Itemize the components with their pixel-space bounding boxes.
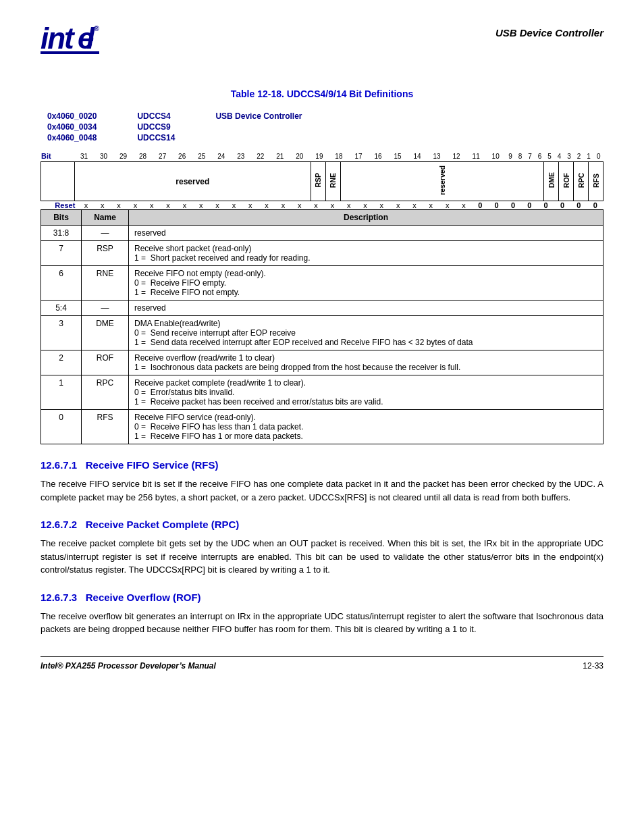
- rv-x13: x: [275, 201, 291, 209]
- bn-12: 12: [447, 151, 466, 161]
- desc-rof: Receive overflow (read/write 1 to clear)…: [129, 350, 603, 375]
- bn-14: 14: [408, 151, 427, 161]
- desc-rne: Receive FIFO not empty (read-only). 0 = …: [129, 266, 603, 301]
- rne-label: RNE: [329, 173, 337, 188]
- addr-2: 0x4060_0034: [47, 122, 97, 132]
- bit-header-table: Bit 31 30 29 28 27 26 25 24 23 22 21 20 …: [41, 151, 603, 161]
- addr-1: 0x4060_0020: [47, 111, 97, 121]
- section-1-title: 12.6.7.1 Receive FIFO Service (RFS): [41, 459, 603, 471]
- bn-17: 17: [348, 151, 368, 161]
- col-header-name: Name: [82, 210, 129, 226]
- name-rfs: RFS: [82, 410, 129, 444]
- address-column: 0x4060_0020 0x4060_0034 0x4060_0048: [47, 111, 97, 142]
- bn-4: 4: [554, 151, 564, 161]
- bn-24: 24: [211, 151, 231, 161]
- name-rne: RNE: [82, 266, 129, 301]
- table-row: 2 ROF Receive overflow (read/write 1 to …: [41, 350, 603, 375]
- name-dash2: —: [82, 301, 129, 316]
- bits-3: 3: [41, 316, 82, 350]
- bn-3: 3: [564, 151, 574, 161]
- bn-10: 10: [486, 151, 506, 161]
- bn-8: 8: [515, 151, 525, 161]
- name-dash1: —: [82, 226, 129, 241]
- rof-label: ROF: [562, 173, 570, 188]
- section-1-text: The receive FIFO service bit is set if t…: [41, 477, 603, 504]
- desc-rsp: Receive short packet (read-only) 1 = Sho…: [129, 241, 603, 266]
- rv-0-3: 0: [505, 201, 521, 209]
- footer-right: 12-33: [583, 661, 603, 671]
- rv-0-1: 0: [472, 201, 488, 209]
- reserved-bits54-cell: reserved: [340, 162, 543, 201]
- rv-x16: x: [324, 201, 340, 209]
- header: int е l ® USB Device Controller: [41, 20, 603, 61]
- intel-logo: int е l ®: [41, 20, 101, 61]
- table-row: 31:8 — reserved: [41, 226, 603, 241]
- desc-rfs: Receive FIFO service (read-only). 0 = Re…: [129, 410, 603, 444]
- rv-x9: x: [209, 201, 225, 209]
- rsp-cell: RSP: [311, 162, 325, 201]
- rpc-label: RPC: [577, 173, 585, 188]
- section-2-title: 12.6.7.2 Receive Packet Complete (RPC): [41, 519, 603, 530]
- bit-cell-table: reserved RSP RNE reserved DME: [41, 161, 603, 201]
- svg-text:int: int: [41, 22, 76, 55]
- rne-cell: RNE: [325, 162, 340, 201]
- name-dme: DME: [82, 316, 129, 350]
- rv-x12: x: [259, 201, 275, 209]
- bn-27: 27: [153, 151, 172, 161]
- bn-7: 7: [525, 151, 535, 161]
- bits-54: 5:4: [41, 301, 82, 316]
- bit-diagram: Bit 31 30 29 28 27 26 25 24 23 22 21 20 …: [41, 151, 603, 209]
- bn-25: 25: [192, 151, 211, 161]
- bn-31: 31: [74, 151, 94, 161]
- name-column: UDCCS4 UDCCS9 UDCCS14: [137, 111, 175, 142]
- rv-x7: x: [176, 201, 192, 209]
- bits-1: 1: [41, 375, 82, 410]
- table-row: 1 RPC Receive packet complete (read/writ…: [41, 375, 603, 410]
- rsp-label: RSP: [314, 173, 322, 188]
- bn-28: 28: [133, 151, 153, 161]
- section-3-number: 12.6.7.3: [41, 592, 77, 603]
- desc-rpc: Receive packet complete (read/write 1 to…: [129, 375, 603, 410]
- bn-13: 13: [427, 151, 447, 161]
- bn-18: 18: [329, 151, 348, 161]
- name-rsp: RSP: [82, 241, 129, 266]
- register-name-column: USB Device Controller: [215, 111, 302, 142]
- section-2-text: The receive packet complete bit gets set…: [41, 537, 603, 577]
- bn-2: 2: [574, 151, 584, 161]
- bn-21: 21: [270, 151, 290, 161]
- rv-0-6: 0: [554, 201, 570, 209]
- dme-label: DME: [547, 172, 556, 188]
- bn-30: 30: [94, 151, 113, 161]
- bn-19: 19: [309, 151, 329, 161]
- rv-x21: x: [406, 201, 423, 209]
- bn-0: 0: [593, 151, 603, 161]
- table-row: 0 RFS Receive FIFO service (read-only). …: [41, 410, 603, 444]
- bn-29: 29: [113, 151, 133, 161]
- table-row: 3 DME DMA Enable(read/write) 0 = Send re…: [41, 316, 603, 350]
- bits-0: 0: [41, 410, 82, 444]
- bn-16: 16: [368, 151, 387, 161]
- rv-0-2: 0: [489, 201, 505, 209]
- svg-rect-4: [41, 51, 99, 54]
- rv-x4: x: [127, 201, 143, 209]
- dme-cell: DME: [544, 162, 559, 201]
- header-title: USB Device Controller: [495, 20, 603, 38]
- reg-name-2: UDCCS9: [137, 122, 175, 132]
- bn-26: 26: [172, 151, 192, 161]
- rv-0-5: 0: [537, 201, 554, 209]
- bn-22: 22: [250, 151, 270, 161]
- reg-name-3: UDCCS14: [137, 133, 175, 142]
- desc-reserved2: reserved: [129, 301, 603, 316]
- addr-3: 0x4060_0048: [47, 133, 97, 142]
- bn-23: 23: [231, 151, 250, 161]
- bits-7: 7: [41, 241, 82, 266]
- rv-x2: x: [95, 201, 111, 209]
- rv-0-7: 0: [570, 201, 587, 209]
- rv-x1: x: [78, 201, 94, 209]
- rv-x8: x: [193, 201, 209, 209]
- bn-9: 9: [506, 151, 516, 161]
- section-2-number: 12.6.7.2: [41, 519, 77, 530]
- reserved-bits54-label: reserved: [438, 165, 446, 195]
- bn-11: 11: [466, 151, 486, 161]
- rpc-cell: RPC: [574, 162, 589, 201]
